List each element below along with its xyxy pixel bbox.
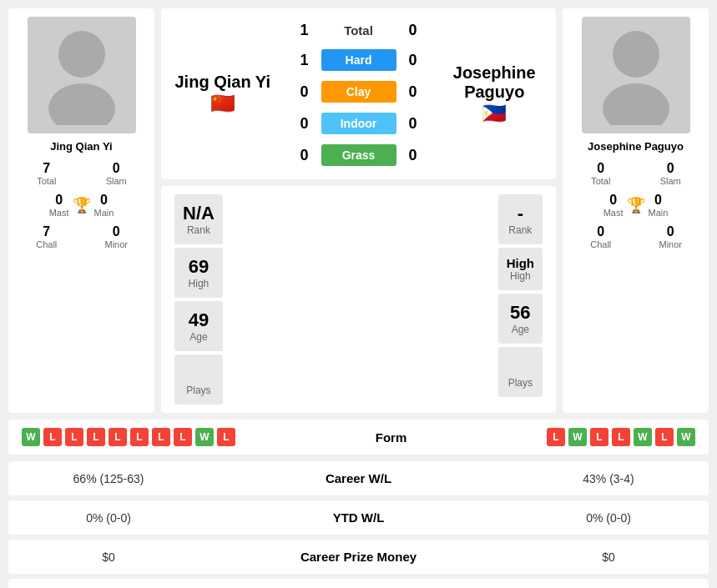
left-hard-score: 1 (288, 52, 321, 69)
form-badge-left: W (22, 428, 40, 446)
left-high-card: 69 High (174, 248, 223, 298)
right-total-score: 0 (396, 22, 430, 39)
right-age-val: 56 (507, 302, 534, 324)
right-high-lbl: High (507, 270, 534, 282)
right-header-name: Josephine Paguyo (447, 63, 543, 102)
left-slam-stat: 0 Slam (87, 161, 147, 186)
form-badge-right: L (655, 428, 674, 446)
scores-center: Jing Qian Yi 🇨🇳 1 Total 0 1 Hard 0 (161, 8, 556, 413)
form-badge-left: L (87, 428, 105, 446)
left-age-val: 49 (183, 309, 215, 331)
right-stats-grid: 0 Total 0 Slam 0 Mast 🏆 0 Main (571, 161, 700, 249)
right-stat-cards: - Rank High High 56 Age Plays (498, 194, 543, 405)
left-trophy-row: 0 Mast 🏆 0 Main (17, 193, 146, 218)
prize-row: $0 Career Prize Money $0 (8, 540, 709, 574)
right-rank-val: - (507, 203, 534, 224)
right-age-lbl: Age (507, 324, 534, 335)
form-badge-right: L (612, 428, 630, 446)
right-trophy-row: 0 Mast 🏆 0 Main (571, 193, 700, 218)
right-trophy-icon: 🏆 (627, 196, 645, 214)
right-flag: 🇵🇭 (482, 102, 507, 125)
left-mast-stat: 0 Mast (49, 193, 69, 218)
scores-list: 1 Total 0 1 Hard 0 0 Clay 0 (271, 17, 447, 171)
clay-badge: Clay (321, 81, 396, 103)
left-chall-stat: 7 Chall (17, 224, 77, 249)
form-badge-right: W (677, 428, 695, 446)
left-high-val: 69 (183, 256, 215, 278)
right-form-badges: LWLLWLW (547, 428, 695, 446)
right-plays-val (507, 355, 534, 377)
svg-point-3 (603, 83, 669, 125)
form-badge-left: L (130, 428, 149, 446)
hard-badge: Hard (321, 49, 396, 71)
right-plays-lbl: Plays (507, 377, 534, 389)
left-flag: 🇨🇳 (210, 92, 235, 115)
grass-badge: Grass (321, 144, 396, 166)
right-header-block: Josephine Paguyo 🇵🇭 (447, 63, 543, 125)
left-rank-val: N/A (183, 203, 215, 224)
stats-cards-row: N/A Rank 69 High 49 Age Plays (161, 186, 556, 413)
top-section: Jing Qian Yi 7 Total 0 Slam 0 Mast 🏆 (8, 8, 709, 413)
right-player-avatar (582, 17, 690, 133)
svg-point-0 (58, 31, 105, 78)
left-age-lbl: Age (183, 331, 215, 343)
career-wl-label: Career W/L (192, 471, 525, 485)
form-badge-right: W (568, 428, 587, 446)
ytd-wl-row: 0% (0-0) YTD W/L 0% (0-0) (8, 500, 709, 535)
form-section: WLLLLLLLWL Form LWLLWLW (8, 420, 709, 455)
left-clay-score: 0 (288, 83, 321, 101)
right-player-name: Josephine Paguyo (588, 140, 684, 153)
score-row-grass: 0 Grass 0 (271, 139, 447, 171)
left-player-name: Jing Qian Yi (50, 140, 112, 153)
left-header-block: Jing Qian Yi 🇨🇳 (174, 73, 271, 115)
left-plays-lbl: Plays (183, 384, 215, 396)
right-mast-stat: 0 Mast (603, 193, 624, 218)
left-header-name: Jing Qian Yi (175, 73, 270, 92)
form-badge-right: W (634, 428, 652, 446)
svg-point-1 (48, 83, 115, 125)
score-row-hard: 1 Hard 0 (271, 44, 447, 76)
form-badge-left: L (174, 428, 192, 446)
right-player-card: Josephine Paguyo 0 Total 0 Slam 0 Mast 🏆 (563, 8, 709, 413)
left-age-card: 49 Age (174, 301, 223, 351)
right-main-stat: 0 Main (649, 193, 669, 218)
left-stat-cards: N/A Rank 69 High 49 Age Plays (174, 194, 223, 405)
career-wl-row: 66% (125-63) Career W/L 43% (3-4) (8, 461, 709, 495)
indoor-badge: Indoor (321, 113, 396, 134)
form-badge-right: L (590, 428, 608, 446)
left-high-lbl: High (183, 278, 215, 289)
svg-point-2 (613, 31, 659, 78)
prize-left: $0 (25, 550, 192, 564)
left-rank-card: N/A Rank (174, 194, 223, 244)
right-grass-score: 0 (396, 147, 430, 164)
form-badge-left: W (195, 428, 214, 446)
right-high-card: High High (498, 248, 543, 290)
score-row-total: 1 Total 0 (271, 17, 447, 44)
ytd-wl-label: YTD W/L (192, 510, 525, 525)
career-wl-left: 66% (125-63) (25, 472, 192, 485)
right-clay-score: 0 (396, 83, 430, 101)
right-total-stat: 0 Total (571, 161, 631, 186)
right-hard-score: 0 (396, 52, 430, 69)
right-indoor-score: 0 (396, 115, 430, 133)
right-slam-stat: 0 Slam (641, 161, 701, 186)
left-trophy-icon: 🏆 (73, 196, 91, 214)
ytd-wl-left: 0% (0-0) (25, 511, 192, 525)
main-container: Jing Qian Yi 7 Total 0 Slam 0 Mast 🏆 (0, 0, 717, 588)
form-badge-left: L (152, 428, 170, 446)
right-plays-card: Plays (498, 347, 543, 397)
total-label: Total (344, 23, 373, 38)
left-rank-lbl: Rank (183, 224, 215, 236)
form-badge-left: L (43, 428, 62, 446)
form-badge-left: L (65, 428, 83, 446)
form-badge-left: L (217, 428, 235, 446)
career-wl-right: 43% (3-4) (525, 472, 692, 485)
left-grass-score: 0 (288, 147, 321, 164)
ytd-wl-right: 0% (0-0) (525, 511, 692, 525)
left-indoor-score: 0 (288, 115, 321, 133)
left-plays-val (183, 363, 215, 384)
right-chall-stat: 0 Chall (571, 224, 631, 249)
right-age-card: 56 Age (498, 294, 543, 344)
left-plays-card: Plays (174, 354, 223, 405)
left-form-badges: WLLLLLLLWL (22, 428, 235, 446)
